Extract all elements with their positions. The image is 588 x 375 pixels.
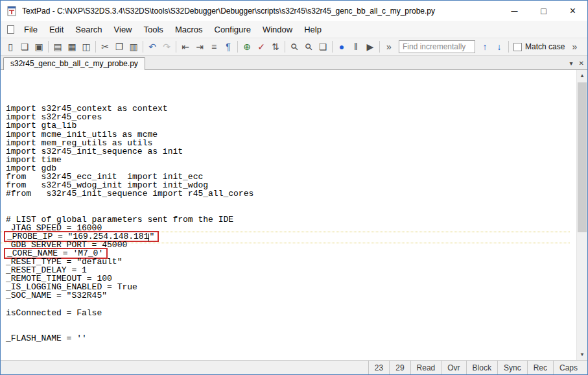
scroll-track[interactable] — [577, 81, 587, 349]
close-button[interactable]: × — [558, 1, 587, 21]
paste-icon[interactable]: ▥ — [126, 40, 141, 54]
status-cell-sync[interactable]: Sync — [497, 361, 527, 374]
menu-item-tools[interactable]: Tools — [138, 22, 169, 37]
textpad-app-icon — [6, 6, 17, 16]
status-cell-23: 23 — [368, 361, 389, 374]
toolbar-separator — [237, 41, 238, 53]
menu-item-configure[interactable]: Configure — [209, 22, 257, 37]
code-line: import gta_lib — [6, 121, 576, 130]
scroll-up-icon[interactable]: ▲ — [577, 70, 587, 81]
undo-icon[interactable]: ↶ — [145, 40, 159, 54]
save-icon[interactable]: ▣ — [32, 40, 46, 54]
menu-item-search[interactable]: Search — [69, 22, 108, 37]
match-case-checkbox[interactable] — [513, 43, 522, 51]
status-cell-caps[interactable]: Caps — [553, 361, 583, 374]
status-cell-ovr[interactable]: Ovr — [441, 361, 465, 374]
code-line — [6, 317, 576, 326]
code-line: def setup(speed, port, reset, ip, core, … — [6, 359, 576, 360]
toolbar-separator — [176, 41, 176, 53]
indent-icon[interactable]: ⇥ — [193, 40, 207, 54]
code-line: # LIST of global parameters sent from th… — [6, 215, 576, 224]
document-system-menu-icon[interactable] — [7, 25, 14, 34]
toolbar: ▯❏▣▤▦◫✂❐▥↶↷⇤⇥≡¶⊕✓⇅⚲⚲❏●‖▶»↑↓Match case» — [1, 38, 587, 56]
tab-label: s32r45_genc_bb_all_c_my_probe.py — [10, 59, 138, 68]
vertical-scrollbar[interactable]: ▲ ▼ — [576, 70, 587, 360]
code-line: _PROBE_IP = "169.254.148.181" — [6, 232, 576, 241]
unindent-icon[interactable]: ⇤ — [178, 40, 193, 54]
code-line — [6, 326, 576, 334]
menu-bar: FileEditSearchViewToolsMacrosConfigureWi… — [1, 21, 587, 38]
status-cell-block[interactable]: Block — [466, 361, 497, 374]
spell-check-icon[interactable]: ✓ — [254, 40, 268, 54]
toolbar-separator — [508, 41, 509, 53]
record-macro-icon[interactable]: ● — [335, 40, 349, 54]
match-case-label: Match case — [525, 42, 565, 51]
copy-icon[interactable]: ❐ — [112, 40, 126, 54]
status-bar: 2329ReadOvrBlockSyncRecCaps — [1, 360, 587, 374]
status-cell-read[interactable]: Read — [410, 361, 441, 374]
window-title: TextPad - C:\NXP\S32DS.3.4\S32DS\tools\S… — [22, 6, 500, 16]
reformat-icon[interactable]: ≡ — [207, 40, 221, 54]
code-line: _RESET_TYPE = "default" — [6, 258, 576, 266]
toolbar-separator — [48, 41, 49, 53]
scroll-thumb[interactable] — [578, 82, 587, 232]
code-line: import mcme_init_utils as mcme — [6, 130, 576, 139]
print-icon[interactable]: ▤ — [51, 40, 65, 54]
tab-close-icon[interactable]: ✕ — [579, 60, 584, 67]
code-line: import s32r45_init_sequence as init — [6, 147, 576, 156]
toolbar-separator — [379, 41, 380, 53]
status-cell-29: 29 — [389, 361, 410, 374]
open-file-icon[interactable]: ❏ — [18, 40, 32, 54]
tab-s32r45-file[interactable]: s32r45_genc_bb_all_c_my_probe.py — [3, 57, 145, 70]
toolbar-overflow-right-icon[interactable]: » — [567, 40, 582, 54]
menu-item-macros[interactable]: Macros — [169, 22, 209, 37]
code-line — [6, 206, 576, 215]
menu-item-file[interactable]: File — [18, 22, 43, 37]
tab-list-dropdown-icon[interactable]: ▾ — [570, 60, 573, 67]
tab-bar-controls: ▾ ✕ — [570, 60, 584, 67]
code-line — [6, 343, 576, 351]
search-down-icon[interactable]: ↓ — [492, 40, 506, 54]
toolbar-separator — [95, 41, 96, 53]
print-preview-icon[interactable]: ◫ — [79, 40, 93, 54]
code-line — [6, 300, 576, 308]
toolbar-overflow-icon[interactable]: » — [382, 40, 396, 54]
code-line: _CORE_NAME = 'M7_0' — [6, 249, 576, 258]
new-document-icon[interactable]: ▯ — [3, 40, 18, 54]
code-line: import s32r45_cores — [6, 113, 576, 121]
minimize-button[interactable]: ─ — [500, 1, 529, 21]
find-incrementally-input[interactable] — [399, 40, 475, 53]
code-line: isConnected = False — [6, 309, 576, 317]
maximize-button[interactable]: □ — [529, 1, 558, 21]
status-cell-rec[interactable]: Rec — [527, 361, 553, 374]
scroll-down-icon[interactable]: ▼ — [577, 349, 587, 360]
menu-item-edit[interactable]: Edit — [43, 22, 69, 37]
redo-icon[interactable]: ↷ — [159, 40, 174, 54]
toolbar-separator — [332, 41, 333, 53]
menu-item-view[interactable]: View — [108, 22, 138, 37]
sort-icon[interactable]: ⇅ — [268, 40, 283, 54]
code-area[interactable]: import s32r45_context as contextimport s… — [1, 70, 576, 360]
cut-icon[interactable]: ✂ — [98, 40, 112, 54]
search-up-icon[interactable]: ↑ — [478, 40, 492, 54]
view-in-browser-icon[interactable]: ⊕ — [240, 40, 254, 54]
textpad-window: TextPad - C:\NXP\S32DS.3.4\S32DS\tools\S… — [0, 0, 588, 375]
code-line: _FLASH_NAME = '' — [6, 334, 576, 343]
code-line: #from s32r45_init_sequence import r45_al… — [6, 189, 576, 198]
window-controls: ─ □ × — [500, 1, 587, 21]
play-macro-icon[interactable]: ▶ — [363, 40, 377, 54]
menu-item-window[interactable]: Window — [257, 22, 298, 37]
printer-icon[interactable]: ▦ — [65, 40, 79, 54]
editor-area: import s32r45_context as contextimport s… — [1, 70, 587, 360]
status-message-area — [1, 361, 368, 374]
tab-bar: s32r45_genc_bb_all_c_my_probe.py ▾ ✕ — [1, 56, 587, 70]
stop-macro-icon[interactable]: ‖ — [349, 40, 363, 54]
title-bar[interactable]: TextPad - C:\NXP\S32DS.3.4\S32DS\tools\S… — [1, 1, 587, 21]
toolbar-separator — [143, 41, 143, 53]
show-paragraph-marks-icon[interactable]: ¶ — [221, 40, 235, 54]
menu-item-help[interactable]: Help — [298, 22, 327, 37]
code-line: import time — [6, 156, 576, 164]
code-line — [6, 198, 576, 206]
code-line: _SOC_NAME = "S32R45" — [6, 291, 576, 300]
code-line: import mem_reg_utils as utils — [6, 139, 576, 147]
